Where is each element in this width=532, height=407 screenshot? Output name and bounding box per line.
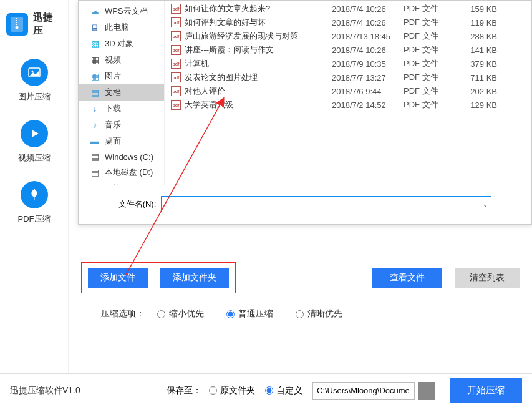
file-row[interactable]: pdf庐山旅游经济发展的现状与对策2018/7/13 18:45PDF 文件28… (165, 29, 531, 43)
pdf-file-icon: pdf (171, 86, 181, 96)
tree-label: 3D 对象 (105, 38, 133, 49)
file-type: PDF 文件 (404, 3, 460, 14)
file-date: 2018/7/4 10:26 (332, 18, 404, 27)
option-clear[interactable]: 清晰优先 (296, 308, 342, 320)
save-label: 保存至： (167, 385, 201, 396)
file-type: PDF 文件 (404, 72, 460, 83)
path-input[interactable] (312, 382, 415, 400)
tree-label: Windows (C:) (105, 152, 153, 162)
option-shrink[interactable]: 缩小优先 (157, 308, 204, 320)
file-size: 141 KB (460, 46, 497, 55)
view-file-button[interactable]: 查看文件 (372, 268, 442, 288)
file-date: 2018/7/4 10:26 (332, 46, 404, 55)
start-compress-button[interactable]: 开始压缩 (450, 378, 522, 403)
sidebar-item-image-compress[interactable]: 图片压缩 (0, 50, 68, 111)
save-custom[interactable]: 自定义 (265, 385, 302, 396)
main-area: 添加文件 添加文件夹 查看文件 清空列表 压缩选项： 缩小优先 普通压缩 清晰优… (69, 237, 532, 331)
tree-label: 视频 (105, 54, 121, 66)
tree-label: 图片 (105, 71, 121, 82)
tree-item[interactable]: 🖥此电脑 (79, 19, 164, 36)
tree-item[interactable]: ♪音乐 (79, 117, 164, 133)
tree-label: 下载 (105, 103, 121, 114)
tree-item[interactable]: ▤Windows (C:) (79, 149, 164, 164)
tree-item[interactable]: ☁WPS云文档 (79, 3, 164, 19)
file-name: 计算机 (185, 58, 332, 69)
file-row[interactable]: pdf讲座---斯霞：阅读与作文2018/7/4 10:26PDF 文件141 … (165, 43, 531, 57)
clear-list-button[interactable]: 清空列表 (455, 268, 520, 288)
file-row[interactable]: pdf发表论文的图片处理2018/7/7 13:27PDF 文件711 KB (165, 71, 531, 84)
pdf-file-icon: pdf (171, 4, 181, 14)
file-type: PDF 文件 (404, 31, 460, 42)
folder-icon: ▤ (90, 87, 100, 97)
folder-icon: ▬ (90, 136, 100, 146)
file-dialog: ☁WPS云文档🖥此电脑▧3D 对象▦视频▦图片▤文档↓下载♪音乐▬桌面▤Wind… (78, 0, 532, 225)
add-file-button[interactable]: 添加文件 (88, 268, 148, 288)
file-date: 2018/7/2 14:52 (332, 101, 404, 110)
tree-label: WPS云文档 (105, 6, 148, 17)
tree-label: 网络 (105, 183, 121, 185)
file-size: 379 KB (460, 59, 497, 69)
folder-icon: ☁ (90, 6, 100, 16)
folder-icon: ▦ (90, 55, 100, 65)
filename-input[interactable] (161, 196, 491, 212)
file-date: 2018/7/13 18:45 (332, 32, 404, 41)
file-type: PDF 文件 (404, 99, 460, 110)
folder-icon: ▧ (90, 39, 100, 49)
folder-icon: ▦ (90, 71, 100, 81)
file-type: PDF 文件 (404, 86, 460, 97)
file-size: 159 KB (460, 4, 497, 14)
file-name: 庐山旅游经济发展的现状与对策 (185, 31, 332, 42)
pdf-file-icon: pdf (171, 17, 181, 27)
file-list[interactable]: pdf如何让你的文章火起来?2018/7/4 10:26PDF 文件159 KB… (165, 1, 531, 185)
options-label: 压缩选项： (101, 308, 145, 320)
pdf-file-icon: pdf (171, 31, 181, 41)
file-name: 大学英语六级 (185, 99, 332, 110)
app-logo: 迅捷压 (0, 6, 68, 50)
highlight-box: 添加文件 添加文件夹 (81, 262, 236, 293)
file-row[interactable]: pdf如何评判文章的好与坏2018/7/4 10:26PDF 文件119 KB (165, 16, 531, 29)
folder-icon: ⊕ (90, 184, 100, 185)
file-date: 2018/7/4 10:26 (332, 4, 404, 14)
folder-icon: ↓ (90, 104, 100, 114)
file-date: 2018/7/6 9:44 (332, 87, 404, 96)
tree-label: 音乐 (105, 119, 121, 130)
file-row[interactable]: pdf对他人评价2018/7/6 9:44PDF 文件202 KB (165, 84, 531, 98)
folder-tree[interactable]: ☁WPS云文档🖥此电脑▧3D 对象▦视频▦图片▤文档↓下载♪音乐▬桌面▤Wind… (79, 1, 165, 185)
pdf-file-icon: pdf (171, 59, 181, 69)
file-row[interactable]: pdf计算机2018/7/9 10:35PDF 文件379 KB (165, 57, 531, 71)
filename-label: 文件名(N): (118, 199, 157, 210)
tree-item[interactable]: ⊕网络 (79, 180, 164, 185)
file-size: 129 KB (460, 101, 497, 110)
option-normal[interactable]: 普通压缩 (226, 308, 273, 320)
tree-item[interactable]: ▧3D 对象 (79, 36, 164, 52)
file-type: PDF 文件 (404, 17, 460, 28)
tree-item[interactable]: ▦图片 (79, 68, 164, 84)
file-name: 讲座---斯霞：阅读与作文 (185, 44, 332, 56)
pdf-file-icon: pdf (171, 72, 181, 82)
tree-item[interactable]: ▦视频 (79, 52, 164, 68)
file-name: 发表论文的图片处理 (185, 72, 332, 83)
sidebar: 迅捷压 图片压缩 视频压缩 PDF压缩 (0, 0, 69, 375)
tree-item[interactable]: ↓下载 (79, 101, 164, 117)
add-folder-button[interactable]: 添加文件夹 (160, 268, 229, 288)
file-size: 119 KB (460, 18, 497, 27)
tree-item[interactable]: ▬桌面 (79, 133, 164, 149)
tree-label: 本地磁盘 (D:) (105, 167, 153, 178)
tree-item[interactable]: ▤本地磁盘 (D:) (79, 164, 164, 180)
save-original[interactable]: 原文件夹 (209, 385, 255, 396)
browse-folder-icon[interactable] (418, 382, 435, 400)
folder-icon: ▤ (90, 167, 100, 177)
folder-icon: 🖥 (90, 22, 100, 32)
bottom-bar: 迅捷压缩软件V1.0 保存至： 原文件夹 自定义 开始压缩 (0, 373, 532, 407)
file-row[interactable]: pdf如何让你的文章火起来?2018/7/4 10:26PDF 文件159 KB (165, 2, 531, 16)
tree-label: 文档 (105, 87, 121, 98)
video-icon (21, 120, 48, 147)
file-size: 202 KB (460, 87, 497, 96)
file-name: 对他人评价 (185, 86, 332, 97)
file-row[interactable]: pdf大学英语六级2018/7/2 14:52PDF 文件129 KB (165, 98, 531, 112)
file-size: 711 KB (460, 73, 497, 82)
sidebar-item-pdf-compress[interactable]: PDF压缩 (0, 172, 68, 233)
tree-item[interactable]: ▤文档 (79, 84, 164, 101)
sidebar-item-video-compress[interactable]: 视频压缩 (0, 111, 68, 172)
svg-point-2 (16, 26, 19, 29)
